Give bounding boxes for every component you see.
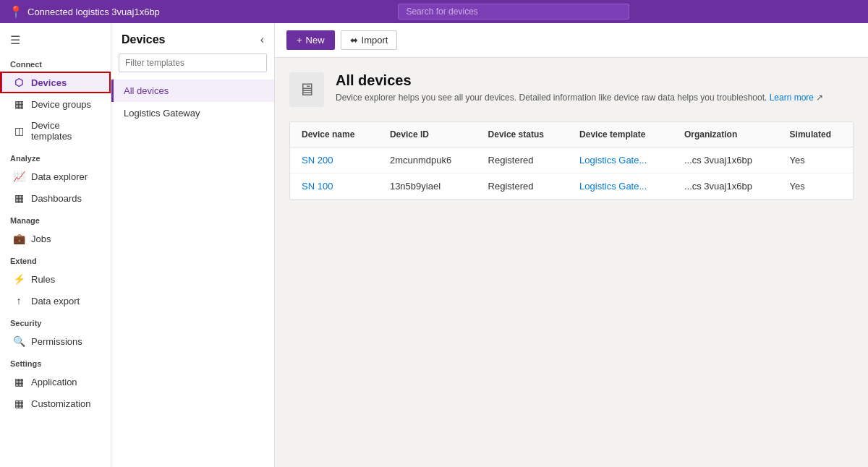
application-icon: ▦ [12,376,25,387]
data-export-icon: ↑ [12,295,25,307]
device-template-link-sn100[interactable]: Logistics Gate... [579,181,647,192]
col-device-name: Device name [290,122,378,147]
organization-sn100: ...cs 3vuaj1x6bp [673,173,778,200]
search-input[interactable] [398,4,629,20]
content-toolbar: + New ⬌ Import [275,23,868,58]
device-id-sn200: 2mcunmdpuk6 [378,147,477,173]
left-nav: ☰ Connect ⬡ Devices ▦ Device groups ◫ De… [0,23,111,467]
learn-more-link[interactable]: Learn more [770,93,814,103]
device-groups-icon: ▦ [12,98,25,110]
mid-panel-close-button[interactable]: ‹ [260,33,264,46]
simulated-sn200: Yes [778,147,853,173]
organization-sn200: ...cs 3vuaj1x6bp [673,147,778,173]
table-header-row: Device name Device ID Device status Devi… [290,122,853,147]
location-pin-icon: 📍 [9,5,23,19]
mid-panel-header: Devices ‹ [111,23,274,53]
page-description: Device explorer helps you see all your d… [336,92,823,104]
mid-panel: Devices ‹ All devices Logistics Gateway [111,23,275,467]
mid-panel-item-logistics-gateway[interactable]: Logistics Gateway [111,102,274,124]
customization-icon: ▦ [12,398,25,409]
nav-section-analyze: Analyze [0,147,111,166]
import-button[interactable]: ⬌ Import [341,30,398,50]
import-icon: ⬌ [350,35,358,46]
mid-panel-item-all-devices[interactable]: All devices [111,80,274,102]
sidebar-item-data-export[interactable]: ↑ Data export [0,290,111,312]
simulated-sn100: Yes [778,173,853,200]
nav-section-connect: Connect [0,53,111,72]
col-simulated: Simulated [778,122,853,147]
device-status-sn100: Registered [477,173,569,200]
search-container [398,4,629,20]
sidebar-item-application[interactable]: ▦ Application [0,371,111,393]
external-link-icon: ↗ [816,93,823,103]
table-row: SN 100 13n5b9yiael Registered Logistics … [290,173,853,200]
jobs-icon: 💼 [12,233,25,244]
main-content: + New ⬌ Import 🖥 All devices Device expl… [275,23,868,467]
sidebar-item-data-explorer[interactable]: 📈 Data explorer [0,166,111,187]
content-area: 🖥 All devices Device explorer helps you … [275,58,868,467]
nav-section-extend: Extend [0,249,111,268]
sidebar-item-jobs[interactable]: 💼 Jobs [0,228,111,249]
sidebar-item-devices[interactable]: ⬡ Devices [0,72,111,93]
sidebar-item-dashboards[interactable]: ▦ Dashboards [0,187,111,209]
permissions-icon: 🔍 [12,335,25,347]
nav-section-security: Security [0,312,111,330]
device-id-sn100: 13n5b9yiael [378,173,477,200]
filter-container [111,53,274,80]
sidebar-item-device-templates[interactable]: ◫ Device templates [0,115,111,147]
col-device-status: Device status [477,122,569,147]
page-title: All devices [336,72,823,89]
plus-icon: + [297,35,302,46]
dashboards-icon: ▦ [12,192,25,204]
device-template-link-sn200[interactable]: Logistics Gate... [579,155,647,166]
hamburger-menu[interactable]: ☰ [0,23,111,53]
sidebar-item-customization[interactable]: ▦ Customization [0,393,111,414]
sidebar-item-device-groups[interactable]: ▦ Device groups [0,93,111,115]
table-row: SN 200 2mcunmdpuk6 Registered Logistics … [290,147,853,173]
nav-section-settings: Settings [0,352,111,371]
filter-input[interactable] [119,53,267,72]
device-icon: 🖥 [298,80,315,100]
col-organization: Organization [673,122,778,147]
topbar: 📍 Connected logistics 3vuaj1x6bp [0,0,868,23]
sidebar-item-permissions[interactable]: 🔍 Permissions [0,330,111,352]
col-device-template: Device template [568,122,673,147]
nav-section-manage: Manage [0,209,111,228]
app-title: 📍 Connected logistics 3vuaj1x6bp [9,5,160,19]
mid-panel-title: Devices [122,33,166,46]
sidebar-item-rules[interactable]: ⚡ Rules [0,268,111,290]
description-text: Device explorer helps you see all your d… [336,93,767,103]
col-device-id: Device ID [378,122,477,147]
devices-table: Device name Device ID Device status Devi… [289,121,854,200]
device-name-link-sn100[interactable]: SN 100 [302,181,333,192]
device-status-sn200: Registered [477,147,569,173]
content-header: 🖥 All devices Device explorer helps you … [289,72,854,107]
device-name-link-sn200[interactable]: SN 200 [302,155,333,166]
device-icon-box: 🖥 [289,72,324,107]
rules-icon: ⚡ [12,273,25,285]
data-explorer-icon: 📈 [12,171,25,182]
devices-icon: ⬡ [12,77,25,88]
new-button[interactable]: + New [286,30,335,50]
main-layout: ☰ Connect ⬡ Devices ▦ Device groups ◫ De… [0,23,868,467]
device-templates-icon: ◫ [12,125,25,137]
content-header-text: All devices Device explorer helps you se… [336,72,823,104]
